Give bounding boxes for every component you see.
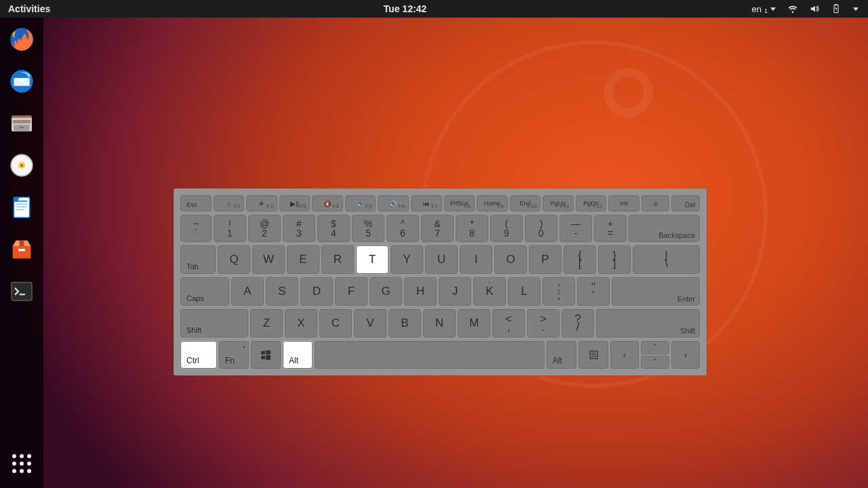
top-panel: Activities Tue 12:42 en1 [0, 0, 868, 18]
key-c[interactable]: C [319, 309, 352, 338]
key-0[interactable]: )0 [525, 215, 557, 242]
key-2[interactable]: @2 [248, 215, 281, 242]
key-alt-left[interactable]: Alt [283, 341, 313, 369]
key-ins[interactable]: Ins [608, 195, 639, 211]
launcher-rhythmbox[interactable] [7, 150, 37, 180]
key-1[interactable]: !1 [214, 215, 246, 242]
key-l[interactable]: L [508, 277, 540, 306]
key-menu[interactable] [578, 341, 608, 369]
key-3[interactable]: #3 [283, 215, 315, 242]
network-icon[interactable] [788, 4, 797, 14]
key-5[interactable]: %5 [352, 215, 384, 242]
key-ctrl-left[interactable]: Ctrl [180, 341, 217, 369]
key-v[interactable]: V [354, 309, 387, 338]
key-k[interactable]: K [473, 277, 506, 306]
key-arrow-right[interactable]: › [671, 341, 700, 369]
key-h[interactable]: H [404, 277, 437, 306]
key-a[interactable]: A [231, 277, 264, 306]
key-equals[interactable]: += [594, 215, 627, 242]
svg-rect-6 [13, 120, 31, 123]
key-end[interactable]: EndF10 [510, 195, 541, 211]
key-u[interactable]: U [425, 245, 458, 274]
key-f1[interactable]: ☼F1 [214, 195, 245, 211]
show-applications-button[interactable] [12, 454, 31, 473]
key-f2[interactable]: ☀F2 [246, 195, 277, 211]
key-alt-right[interactable]: Alt [547, 341, 576, 369]
input-lang-label: en [752, 4, 762, 14]
key-capslock[interactable]: Caps [180, 277, 229, 306]
key-q[interactable]: Q [218, 245, 250, 274]
key-backslash[interactable]: |\ [633, 245, 700, 274]
key-slash[interactable]: ?/ [561, 309, 594, 338]
key-g[interactable]: G [370, 277, 402, 306]
key-backtick[interactable]: ~` [180, 215, 212, 242]
key-b[interactable]: B [389, 309, 421, 338]
key-s[interactable]: S [266, 277, 298, 306]
key-8[interactable]: *8 [456, 215, 488, 242]
key-e[interactable]: E [287, 245, 319, 274]
launcher-thunderbird[interactable] [7, 66, 37, 96]
activities-button[interactable]: Activities [0, 3, 58, 14]
key-j[interactable]: J [439, 277, 471, 306]
key-m[interactable]: M [458, 309, 490, 338]
key-shift-left[interactable]: Shift [180, 309, 248, 338]
key-arrow-up[interactable]: ˄ [641, 341, 669, 354]
svg-rect-1 [835, 4, 837, 5]
key-z[interactable]: Z [250, 309, 283, 338]
key-minus[interactable]: —- [559, 215, 592, 242]
key-n[interactable]: N [423, 309, 456, 338]
key-d[interactable]: D [300, 277, 333, 306]
key-r[interactable]: R [321, 245, 354, 274]
launcher-firefox[interactable] [7, 24, 37, 54]
key-6[interactable]: ^6 [387, 215, 419, 242]
key-bracket-left[interactable]: {[ [564, 245, 596, 274]
key-semicolon[interactable]: :; [542, 277, 575, 306]
system-menu-chevron[interactable] [853, 7, 859, 11]
key-del[interactable]: Del [671, 195, 700, 211]
launcher-files[interactable] [7, 108, 37, 138]
key-f4[interactable]: 🔇F4 [312, 195, 343, 211]
key-f5[interactable]: 🔉F5 [345, 195, 376, 211]
key-7[interactable]: &7 [421, 215, 454, 242]
launcher-software[interactable] [7, 235, 37, 264]
key-pgup[interactable]: PgUpF11 [542, 195, 574, 211]
chevron-right-icon: › [684, 350, 687, 360]
key-enter[interactable]: Enter [612, 277, 700, 306]
key-pgdn[interactable]: PgDnF12 [576, 195, 607, 211]
key-comma[interactable]: <, [492, 309, 525, 338]
launcher-writer[interactable] [7, 192, 37, 222]
key-tab[interactable]: Tab [180, 245, 216, 274]
key-f6[interactable]: 🔊F6 [378, 195, 409, 211]
key-w[interactable]: W [252, 245, 285, 274]
battery-icon[interactable] [831, 4, 841, 14]
key-t[interactable]: T [356, 245, 389, 274]
volume-icon[interactable] [810, 4, 819, 14]
key-prtscn[interactable]: PrtScnF8 [444, 195, 475, 211]
key-y[interactable]: Y [391, 245, 423, 274]
key-i[interactable]: I [460, 245, 492, 274]
key-super[interactable] [251, 341, 281, 369]
key-shift-right[interactable]: Shift [596, 309, 700, 338]
key-arrow-left[interactable]: ‹ [610, 341, 639, 369]
key-fn[interactable]: Fn• [219, 341, 249, 369]
key-esc[interactable]: Esc [180, 195, 212, 211]
key-9[interactable]: (9 [490, 215, 523, 242]
launcher-terminal[interactable] [7, 277, 37, 306]
key-f3[interactable]: ▶||F3 [279, 195, 311, 211]
key-f7[interactable]: ⏮F7 [411, 195, 442, 211]
input-source-indicator[interactable]: en1 [752, 4, 776, 14]
key-f[interactable]: F [335, 277, 368, 306]
key-period[interactable]: >. [527, 309, 559, 338]
key-arrow-down[interactable]: ˅ [641, 356, 669, 369]
key-x[interactable]: X [285, 309, 317, 338]
key-backspace[interactable]: Backspace [629, 215, 700, 242]
key-bracket-right[interactable]: }] [598, 245, 631, 274]
key-o[interactable]: O [494, 245, 527, 274]
key-p[interactable]: P [529, 245, 561, 274]
clock[interactable]: Tue 12:42 [377, 3, 434, 14]
key-home[interactable]: HomeF9 [477, 195, 508, 211]
key-space[interactable] [315, 341, 545, 369]
key-4[interactable]: $4 [317, 215, 350, 242]
key-quote[interactable]: "' [577, 277, 610, 306]
key-project[interactable]: ⎚ [642, 195, 670, 211]
